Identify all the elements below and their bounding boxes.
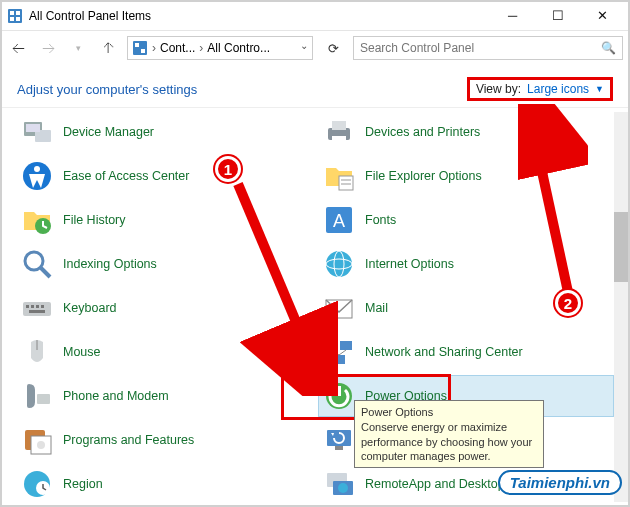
svg-rect-37 xyxy=(333,355,345,364)
mouse-icon xyxy=(21,336,53,368)
svg-rect-2 xyxy=(16,11,20,15)
breadcrumb-seg[interactable]: Cont... xyxy=(160,41,195,55)
svg-rect-16 xyxy=(339,176,353,190)
network-icon xyxy=(323,336,355,368)
item-label: Ease of Access Center xyxy=(63,169,189,184)
item-label: Programs and Features xyxy=(63,433,194,448)
svg-point-15 xyxy=(34,166,40,172)
svg-rect-10 xyxy=(26,124,40,132)
item-label: Indexing Options xyxy=(63,257,157,272)
item-label: Mouse xyxy=(63,345,101,360)
svg-line-23 xyxy=(41,268,50,277)
item-label: Keyboard xyxy=(63,301,117,316)
item-label: Device Manager xyxy=(63,125,154,140)
item-file-explorer-options[interactable]: File Explorer Options xyxy=(319,156,613,196)
printer-icon xyxy=(323,116,355,148)
control-panel-icon xyxy=(7,8,23,24)
svg-rect-13 xyxy=(332,136,346,144)
viewby-label: View by: xyxy=(476,82,521,96)
item-programs-and-features[interactable]: Programs and Features xyxy=(17,420,311,460)
recent-dropdown-icon[interactable]: ▾ xyxy=(67,37,89,59)
svg-line-38 xyxy=(332,350,339,355)
chevron-right-icon: › xyxy=(152,41,156,55)
scrollbar-thumb[interactable] xyxy=(614,212,628,282)
indexing-icon xyxy=(21,248,53,280)
control-panel-icon xyxy=(132,40,148,56)
item-fonts[interactable]: A Fonts xyxy=(319,200,613,240)
svg-rect-47 xyxy=(335,446,343,450)
item-mouse[interactable]: Mouse xyxy=(17,332,311,372)
svg-rect-28 xyxy=(26,305,29,308)
view-by-selector[interactable]: View by: Large icons ▼ xyxy=(467,77,613,101)
header: Adjust your computer's settings View by:… xyxy=(1,65,629,107)
svg-rect-32 xyxy=(29,310,45,313)
svg-point-52 xyxy=(338,483,348,493)
up-button[interactable]: 🡡 xyxy=(97,37,119,59)
forward-button[interactable]: 🡢 xyxy=(37,37,59,59)
breadcrumb-seg[interactable]: All Contro... xyxy=(207,41,270,55)
callout-2: 2 xyxy=(555,290,581,316)
maximize-button[interactable]: ☐ xyxy=(535,1,580,31)
mail-icon xyxy=(323,292,355,324)
item-label: Mail xyxy=(365,301,388,316)
svg-rect-36 xyxy=(340,341,352,350)
item-keyboard[interactable]: Keyboard xyxy=(17,288,311,328)
item-label: Devices and Printers xyxy=(365,125,480,140)
scrollbar[interactable] xyxy=(614,112,628,502)
close-button[interactable]: ✕ xyxy=(580,1,625,31)
tooltip: Power Options Conserve energy or maximiz… xyxy=(354,400,544,468)
chevron-down-icon[interactable]: ⌄ xyxy=(300,40,308,51)
page-title: Adjust your computer's settings xyxy=(17,82,197,97)
item-indexing-options[interactable]: Indexing Options xyxy=(17,244,311,284)
svg-rect-29 xyxy=(31,305,34,308)
device-manager-icon xyxy=(21,116,53,148)
item-label: Network and Sharing Center xyxy=(365,345,523,360)
item-internet-options[interactable]: Internet Options xyxy=(319,244,613,284)
viewby-value: Large icons xyxy=(527,82,589,96)
item-label: File History xyxy=(63,213,126,228)
item-ease-of-access[interactable]: Ease of Access Center xyxy=(17,156,311,196)
svg-text:A: A xyxy=(333,211,345,231)
svg-rect-35 xyxy=(326,341,338,350)
file-history-icon xyxy=(21,204,53,236)
svg-rect-1 xyxy=(10,11,14,15)
keyboard-icon xyxy=(21,292,53,324)
search-input[interactable]: Search Control Panel 🔍 xyxy=(353,36,623,60)
phone-icon xyxy=(21,380,53,412)
svg-rect-31 xyxy=(41,305,44,308)
watermark: Taimienphi.vn xyxy=(498,470,622,495)
tooltip-body: Conserve energy or maximize performance … xyxy=(361,420,537,463)
svg-point-22 xyxy=(25,252,43,270)
item-label: Phone and Modem xyxy=(63,389,169,404)
internet-icon xyxy=(323,248,355,280)
minimize-button[interactable]: ─ xyxy=(490,1,535,31)
search-placeholder: Search Control Panel xyxy=(360,41,474,55)
breadcrumb[interactable]: › Cont... › All Contro... ⌄ xyxy=(127,36,313,60)
svg-rect-3 xyxy=(10,17,14,21)
region-icon xyxy=(21,468,53,500)
item-devices-and-printers[interactable]: Devices and Printers xyxy=(319,112,613,152)
svg-rect-40 xyxy=(37,394,50,404)
svg-point-45 xyxy=(37,441,45,449)
item-network-sharing[interactable]: Network and Sharing Center xyxy=(319,332,613,372)
tooltip-title: Power Options xyxy=(361,405,537,419)
folder-options-icon xyxy=(323,160,355,192)
titlebar: All Control Panel Items ─ ☐ ✕ xyxy=(1,1,629,31)
item-file-history[interactable]: File History xyxy=(17,200,311,240)
fonts-icon: A xyxy=(323,204,355,236)
item-device-manager[interactable]: Device Manager xyxy=(17,112,311,152)
item-label: Internet Options xyxy=(365,257,454,272)
refresh-button[interactable]: ⟳ xyxy=(321,36,345,60)
item-phone-and-modem[interactable]: Phone and Modem xyxy=(17,376,311,416)
remoteapp-icon xyxy=(323,468,355,500)
svg-line-39 xyxy=(339,350,346,355)
item-label: Fonts xyxy=(365,213,396,228)
svg-rect-6 xyxy=(135,43,139,47)
svg-rect-4 xyxy=(16,17,20,21)
svg-rect-12 xyxy=(332,121,346,130)
item-region[interactable]: Region xyxy=(17,464,311,504)
back-button[interactable]: 🡠 xyxy=(7,37,29,59)
item-label: File Explorer Options xyxy=(365,169,482,184)
navbar: 🡠 🡢 ▾ 🡡 › Cont... › All Contro... ⌄ ⟳ Se… xyxy=(1,31,629,65)
programs-icon xyxy=(21,424,53,456)
